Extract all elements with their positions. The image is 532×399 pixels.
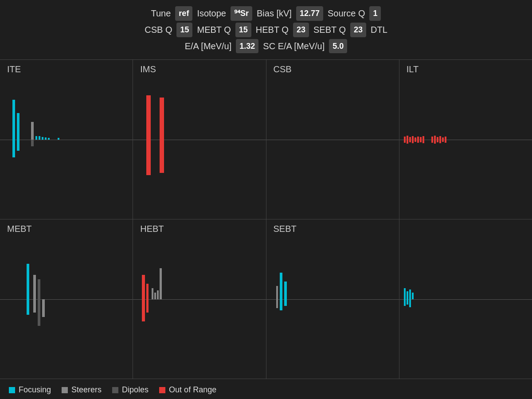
tune-label: Tune — [151, 6, 171, 20]
legend-out-of-range: Out of Range — [159, 385, 216, 395]
dipoles-swatch — [112, 387, 118, 393]
source-q-label: Source Q — [328, 6, 365, 20]
mebt-q-label: MEBT Q — [197, 23, 231, 37]
csb-chart-area — [266, 60, 399, 219]
panel-sebt: SEBT — [266, 219, 399, 379]
ite-chart-area — [0, 60, 133, 219]
legend-steerers: Steerers — [62, 385, 102, 395]
legend-focusing: Focusing — [9, 385, 51, 395]
focusing-label: Focusing — [19, 385, 51, 395]
ims-chart-area — [133, 60, 266, 219]
charts-container: ITE — [0, 59, 532, 379]
bottom-row: MEBT HEBT — [0, 219, 532, 379]
source-q-badge: 1 — [369, 6, 381, 21]
panel-ite: ITE — [0, 60, 133, 219]
panel-extra — [399, 219, 532, 379]
panel-hebt: HEBT — [133, 219, 266, 379]
sebt-chart-area — [266, 219, 399, 379]
bias-label: Bias [kV] — [257, 6, 292, 20]
isotope-value-badge: ⁹⁴Sr — [231, 6, 252, 21]
out-of-range-label: Out of Range — [169, 385, 216, 395]
panel-ims: IMS — [133, 60, 266, 219]
ea-label: E/A [MeV/u] — [185, 39, 232, 53]
legend-dipoles: Dipoles — [112, 385, 149, 395]
hebt-q-badge: 23 — [293, 23, 309, 37]
sc-ea-value-badge: 5.0 — [329, 39, 347, 54]
isotope-label: Isotope — [197, 6, 226, 20]
csb-q-badge: 15 — [176, 23, 192, 37]
mebt-chart-area — [0, 219, 133, 379]
legend: Focusing Steerers Dipoles Out of Range — [0, 379, 532, 399]
dipoles-label: Dipoles — [122, 385, 149, 395]
sc-ea-label: SC E/A [MeV/u] — [263, 39, 325, 53]
header: Tune ref Isotope ⁹⁴Sr Bias [kV] 12.77 So… — [0, 0, 532, 59]
hebt-q-label: HEBT Q — [256, 23, 289, 37]
ilt-chart-area — [399, 60, 532, 219]
tune-ref-badge: ref — [175, 6, 192, 21]
mebt-q-badge: 15 — [235, 23, 251, 37]
top-row: ITE — [0, 59, 532, 219]
extra-chart-area — [399, 219, 532, 379]
panel-mebt: MEBT — [0, 219, 133, 379]
sebt-q-label: SEBT Q — [313, 23, 346, 37]
steerers-swatch — [62, 387, 68, 393]
sebt-q-badge: 23 — [350, 23, 366, 37]
out-of-range-swatch — [159, 387, 165, 393]
focusing-swatch — [9, 387, 15, 393]
bias-value-badge: 12.77 — [296, 6, 323, 21]
csb-q-label: CSB Q — [145, 23, 172, 37]
panel-csb: CSB — [266, 60, 399, 219]
hebt-chart-area — [133, 219, 266, 379]
steerers-label: Steerers — [71, 385, 102, 395]
panel-ilt: ILT — [399, 60, 532, 219]
ea-value-badge: 1.32 — [236, 39, 258, 54]
dtl-label: DTL — [371, 23, 387, 37]
